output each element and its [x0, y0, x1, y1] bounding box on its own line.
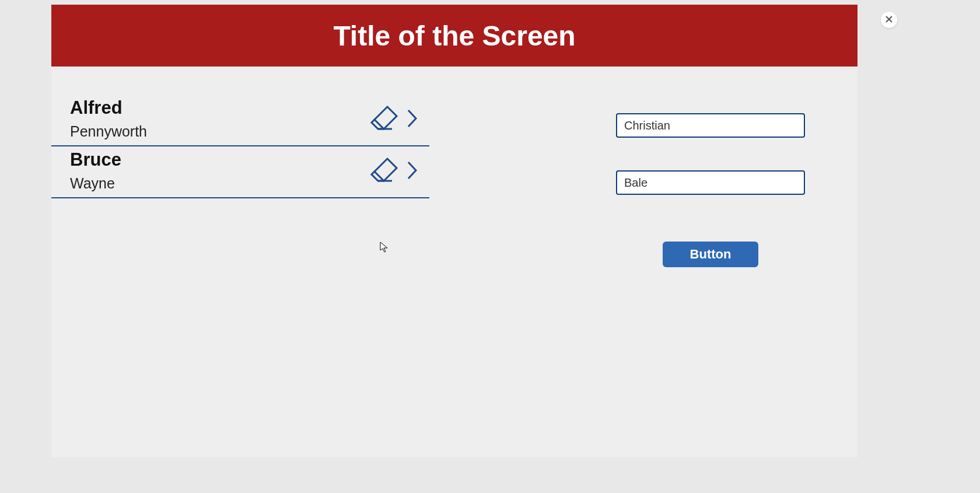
- list-item-text: Alfred Pennyworth: [70, 97, 147, 143]
- submit-button[interactable]: Button: [663, 242, 758, 267]
- eraser-icon[interactable]: [370, 155, 400, 188]
- chevron-right-icon[interactable]: [407, 108, 418, 131]
- button-container: Button: [616, 242, 805, 267]
- list-last-name: Pennyworth: [70, 120, 147, 143]
- last-name-input[interactable]: [616, 170, 805, 195]
- list-item[interactable]: Bruce Wayne: [51, 146, 429, 198]
- list-item-controls: [370, 103, 429, 136]
- form-column: Button: [616, 95, 805, 267]
- content: Alfred Pennyworth: [51, 67, 858, 267]
- page-title: Title of the Screen: [333, 20, 575, 52]
- modal: Title of the Screen Alfred Pennyworth: [51, 5, 858, 457]
- list-first-name: Bruce: [70, 149, 121, 172]
- close-icon: [885, 15, 893, 25]
- list-last-name: Wayne: [70, 172, 121, 195]
- eraser-icon[interactable]: [370, 103, 400, 136]
- list-column: Alfred Pennyworth: [51, 95, 429, 267]
- first-name-input[interactable]: [616, 113, 805, 138]
- list-item[interactable]: Alfred Pennyworth: [51, 95, 429, 146]
- header: Title of the Screen: [51, 5, 858, 67]
- list-first-name: Alfred: [70, 97, 147, 120]
- list-item-controls: [370, 155, 429, 188]
- close-button[interactable]: [881, 12, 897, 28]
- list-item-text: Bruce Wayne: [70, 149, 121, 195]
- chevron-right-icon[interactable]: [407, 160, 418, 183]
